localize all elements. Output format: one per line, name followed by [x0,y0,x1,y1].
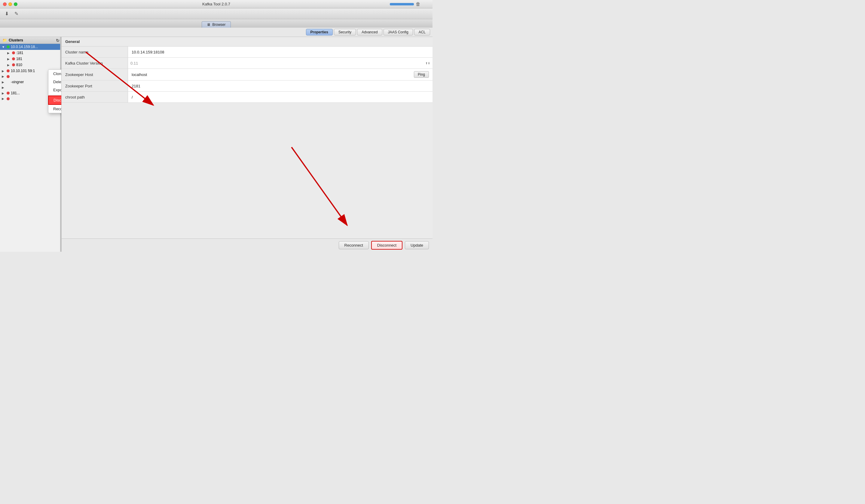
sidebar-refresh-icon[interactable]: ↻ [56,38,59,43]
close-button[interactable] [3,2,7,6]
label-cluster-name: Cluster name [61,47,128,57]
window-title: Kafka Tool 2.0.7 [202,2,230,6]
sidebar-header: 📁 Clusters ↻ [0,37,61,44]
value-zk-host[interactable]: localhost Ping [128,69,432,80]
status-dot-red-2 [12,51,15,54]
reconnect-button[interactable]: Reconnect [339,241,369,249]
toolbar-icon-edit[interactable]: ✎ [13,10,20,17]
tab-jaas-config[interactable]: JAAS Config [383,29,413,35]
label-kafka-version: Kafka Cluster Version [61,59,128,68]
minimize-button[interactable] [9,2,12,6]
chevron-down-icon: ⬆⬇ [425,61,430,65]
expand-arrow-cluster10: ▶ [2,97,5,100]
cluster1-label: 10.0.14.159:18... [11,45,59,49]
window-controls [3,2,18,6]
bottom-bar: Reconnect Disconnect Update [61,238,432,252]
expand-arrow-cluster5: ▶ [2,69,5,73]
progress-bar [390,3,414,5]
browser-tab-icon: 🖥 [207,23,210,27]
value-chroot[interactable]: / [128,92,432,103]
tab-advanced[interactable]: Advanced [357,29,382,35]
trash-icon[interactable]: 🗑 [416,1,420,7]
tree-item-cluster2[interactable]: ▶ :181 [0,50,61,56]
progress-area: 🗑 [390,1,420,7]
zk-host-text: localhost [132,72,147,77]
form-row-kafka-version: Kafka Cluster Version 0.11 ⬆⬇ [61,58,432,69]
tab-security[interactable]: Security [334,29,356,35]
context-menu: Clone Connection Delete Connection Expor… [48,69,61,113]
clusters-folder-icon: 📁 [2,38,7,42]
expand-arrow-cluster9: ▶ [2,92,5,95]
disconnect-button[interactable]: Disconnect [371,241,402,249]
toolbar: ⬇ ✎ [0,9,432,19]
clusters-label: Clusters [9,38,23,42]
status-dot-red-6 [7,75,10,78]
ctx-clone-connection[interactable]: Clone Connection [48,70,61,78]
expand-arrow-cluster2: ▶ [7,51,11,55]
form-row-cluster-name: Cluster name 10.0.14.159:18108 [61,47,432,58]
form-row-zk-host: Zookeeper Host localhost Ping [61,69,432,81]
expand-arrow-cluster7: ▶ [2,81,5,84]
browser-tab[interactable]: 🖥 Browser [202,21,231,28]
expand-arrow-cluster8: ▶ [2,86,5,89]
value-cluster-name[interactable]: 10.0.14.159:18108 [128,47,432,57]
expand-arrow-cluster6: ▶ [2,75,5,78]
label-zk-port: Zookeeper Port [61,81,128,91]
status-dot-red-4 [12,63,15,66]
ctx-export-connection[interactable]: Export Connection.. [48,86,61,94]
expand-arrow-cluster1: ▼ [2,45,5,49]
tree-item-cluster1[interactable]: ▼ 10.0.14.159:18... [0,44,61,50]
ping-button[interactable]: Ping [414,71,429,78]
cluster5-label: 10.10.101 59:1 [11,69,53,73]
ctx-separator [48,95,61,95]
update-button[interactable]: Update [405,241,429,249]
ctx-delete-connection[interactable]: Delete Connection [48,78,61,86]
browser-tab-bar: 🖥 Browser [0,19,432,28]
kafka-version-value: 0.11 [130,61,138,66]
tab-panel-row: Properties Security Advanced JAAS Config… [0,28,432,37]
content-panel: General Cluster name 10.0.14.159:18108 K… [61,37,432,252]
status-dot-red-9 [7,92,10,95]
browser-tab-label: Browser [212,23,226,27]
expand-arrow-cluster4: ▶ [7,63,11,67]
label-zk-host: Zookeeper Host [61,70,128,79]
title-bar: Kafka Tool 2.0.7 🗑 [0,0,432,9]
cluster3-label: 181 [16,57,59,61]
toolbar-icon-download[interactable]: ⬇ [3,10,10,17]
general-section-header: General [61,37,432,47]
sidebar: 📁 Clusters ↻ ▼ 10.0.14.159:18... ▶ :181 … [0,37,61,252]
status-dot-red-5 [7,69,10,72]
tree-item-cluster3[interactable]: ▶ 181 [0,56,61,62]
tree-item-cluster4[interactable]: ▶ 810 [0,62,61,68]
main-layout: 📁 Clusters ↻ ▼ 10.0.14.159:18... ▶ :181 … [0,37,432,252]
status-dot-green [7,45,10,48]
cluster2-label: :181 [16,51,59,55]
select-kafka-version[interactable]: 0.11 ⬆⬇ [128,58,432,69]
value-zk-port[interactable]: 2181 [128,81,432,91]
ctx-disconnect[interactable]: Disconnect [48,95,61,105]
form-area: Cluster name 10.0.14.159:18108 Kafka Clu… [61,47,432,238]
form-row-zk-port: Zookeeper Port 2181 [61,81,432,92]
maximize-button[interactable] [14,2,18,6]
ctx-reconnect[interactable]: Reconnect [48,105,61,113]
tab-acl[interactable]: ACL [414,29,430,35]
form-row-chroot: chroot path / [61,92,432,103]
status-dot-red-10 [7,97,10,100]
expand-arrow-cluster3: ▶ [7,57,11,61]
status-dot-red-3 [12,57,15,60]
cluster4-label: 810 [16,63,59,67]
label-chroot: chroot path [61,93,128,102]
tab-properties[interactable]: Properties [306,29,333,35]
